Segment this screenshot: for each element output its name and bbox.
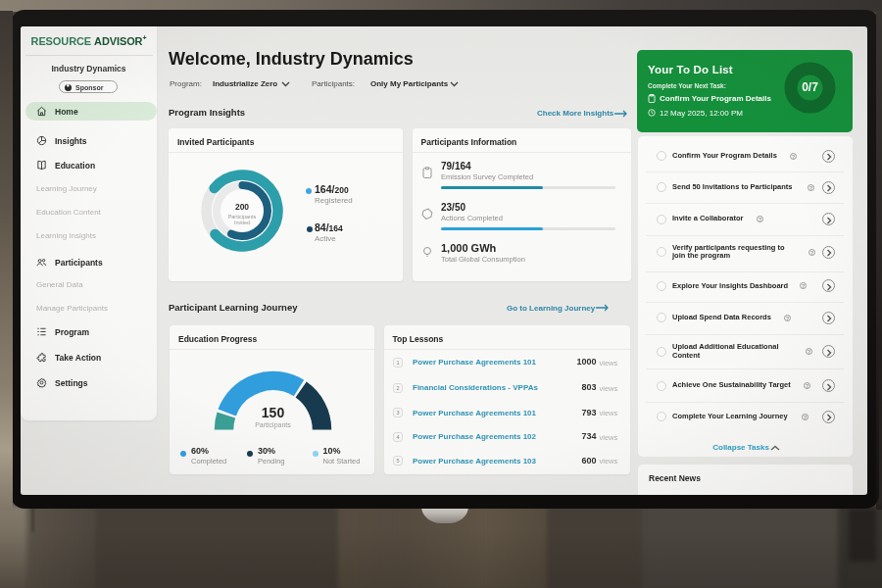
svg-text:Invited: Invited xyxy=(234,220,250,225)
svg-text:200: 200 xyxy=(235,202,249,212)
